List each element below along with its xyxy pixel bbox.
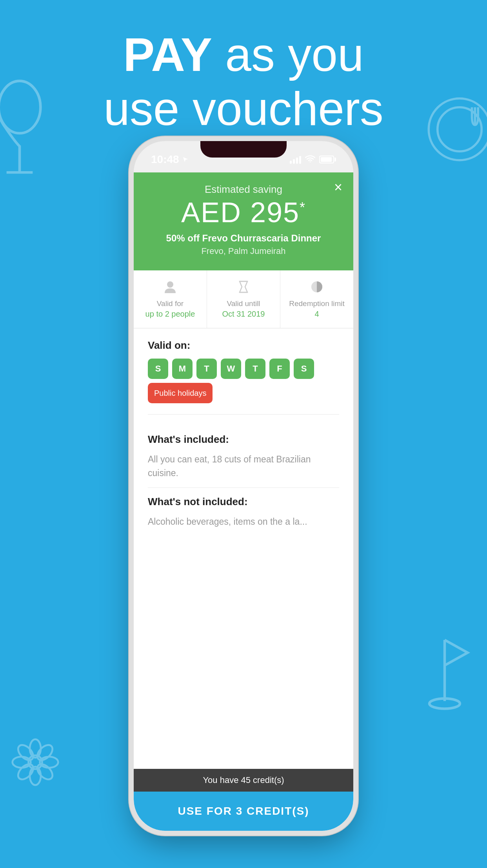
hourglass-icon xyxy=(211,280,276,297)
status-time: 10:48 xyxy=(151,153,189,166)
status-bar: 10:48 xyxy=(134,141,353,172)
day-badge-s1: S xyxy=(148,359,168,379)
included-section: What's included: All you can eat, 18 cut… xyxy=(134,433,353,543)
svg-point-13 xyxy=(35,742,55,763)
svg-point-16 xyxy=(167,281,173,288)
redemption-value: 4 xyxy=(284,310,349,319)
offer-location: Frevo, Palm Jumeirah xyxy=(148,246,339,256)
signal-icon xyxy=(290,155,301,164)
flower-deco xyxy=(8,735,63,790)
close-button[interactable]: × xyxy=(334,180,342,194)
valid-for-value: up to 2 people xyxy=(138,310,203,319)
day-badge-s2: S xyxy=(294,359,314,379)
valid-on-title: Valid on: xyxy=(148,339,339,352)
valid-for-label: Valid for xyxy=(138,299,203,308)
day-badge-f: F xyxy=(269,359,290,379)
day-badges: S M T W T F S Public holidays xyxy=(148,359,339,403)
svg-point-14 xyxy=(15,761,36,782)
headline-section: PAY as youuse vouchers xyxy=(0,0,487,159)
included-title: What's included: xyxy=(148,433,339,446)
battery-icon xyxy=(319,156,336,163)
person-icon xyxy=(138,280,203,297)
valid-for-cell: Valid for up to 2 people xyxy=(134,270,207,328)
not-included-body: Alcoholic beverages, items on the a la..… xyxy=(148,515,339,529)
divider-2 xyxy=(148,487,339,488)
day-badge-w: W xyxy=(221,359,241,379)
not-included-title: What's not included: xyxy=(148,496,339,508)
valid-on-section: Valid on: S M T W T F S Public holidays xyxy=(134,328,353,433)
amount-display: AED 295* xyxy=(148,197,339,228)
divider-1 xyxy=(148,414,339,415)
info-row: Valid for up to 2 people Valid untill Oc… xyxy=(134,270,353,328)
public-holidays-badge: Public holidays xyxy=(148,383,213,403)
time-display: 10:48 xyxy=(151,153,179,166)
voucher-header: × Estimated saving AED 295* 50% off Frev… xyxy=(134,172,353,270)
svg-point-15 xyxy=(310,161,311,163)
valid-until-value: Oct 31 2019 xyxy=(211,310,276,319)
wifi-icon xyxy=(305,154,315,165)
scroll-content[interactable]: Valid on: S M T W T F S Public holidays … xyxy=(134,328,353,806)
redemption-cell: Redemption limit 4 xyxy=(280,270,353,328)
valid-until-label: Valid untill xyxy=(211,299,276,308)
phone-mockup: 10:48 xyxy=(134,141,353,831)
redemption-label: Redemption limit xyxy=(284,299,349,308)
headline-bold: PAY xyxy=(123,28,212,81)
location-arrow-icon xyxy=(182,156,189,163)
credits-notice: You have 45 credit(s) xyxy=(134,769,353,792)
estimated-label: Estimated saving xyxy=(148,183,339,196)
day-badge-t1: T xyxy=(196,359,217,379)
svg-point-11 xyxy=(15,742,36,763)
status-icons xyxy=(290,154,336,165)
use-button[interactable]: USE FOR 3 CREDIT(S) xyxy=(134,792,353,831)
valid-until-cell: Valid untill Oct 31 2019 xyxy=(207,270,280,328)
day-badge-m: M xyxy=(172,359,193,379)
offer-title: 50% off Frevo Churrascaria Dinner xyxy=(148,233,339,244)
phone-content: × Estimated saving AED 295* 50% off Frev… xyxy=(134,172,353,831)
bottom-bar: You have 45 credit(s) USE FOR 3 CREDIT(S… xyxy=(134,769,353,831)
svg-point-12 xyxy=(35,761,55,782)
day-badge-t2: T xyxy=(245,359,265,379)
golf-flag-deco xyxy=(424,630,475,711)
circle-half-icon xyxy=(284,280,349,297)
included-body: All you can eat, 18 cuts of meat Brazili… xyxy=(148,453,339,480)
